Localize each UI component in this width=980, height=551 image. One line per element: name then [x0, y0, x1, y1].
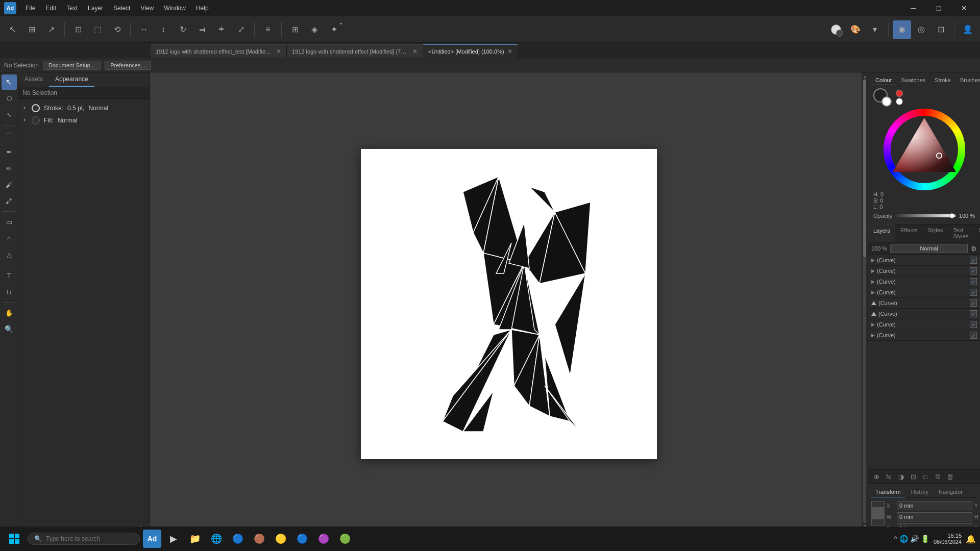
menu-file[interactable]: File	[20, 3, 40, 14]
layer-item-3[interactable]: ▶ (Curve) ✓	[868, 287, 980, 298]
menu-select[interactable]: Select	[108, 3, 135, 14]
document-setup-button[interactable]: Document Setup...	[43, 61, 101, 70]
doc-tab-1[interactable]: 1912 logo with shattered effect [Modifie…	[287, 44, 423, 58]
ellipse-tool[interactable]: ○	[2, 231, 17, 246]
layers-tab-layers[interactable]: Layers	[868, 224, 895, 242]
taskbar-edge-icon[interactable]: 🌐	[207, 530, 226, 548]
share-btn[interactable]: ↗	[42, 20, 60, 39]
menu-view[interactable]: View	[135, 3, 159, 14]
layer-collapse-6[interactable]: ▶	[871, 322, 875, 327]
layer-vis-6[interactable]: ✓	[970, 321, 977, 328]
layers-tab-effects[interactable]: Effects	[895, 224, 922, 242]
constraints-btn[interactable]: ✦▾	[325, 20, 343, 39]
layer-adjust-btn[interactable]: ◑	[896, 471, 906, 482]
layer-collapse-2[interactable]: ▶	[871, 279, 875, 284]
color-swatches-stack[interactable]	[873, 88, 892, 107]
distribute-btn[interactable]: ⫩	[212, 20, 231, 39]
layer-vis-4[interactable]: ✓	[970, 299, 977, 307]
search-input[interactable]	[46, 535, 128, 542]
grid-btn[interactable]: ⊞	[286, 20, 304, 39]
transform-tab-history[interactable]: History	[907, 487, 933, 497]
menu-text[interactable]: Text	[61, 3, 83, 14]
corner-tool[interactable]: ⌒	[2, 128, 17, 143]
layer-del-btn[interactable]: 🗑	[945, 471, 955, 482]
taskbar-affinity-icon[interactable]: Ad	[143, 530, 161, 548]
order-btn[interactable]: ≡	[259, 20, 277, 39]
red-swatch[interactable]	[896, 90, 903, 97]
layer-item-7[interactable]: ▶ (Curve) ✓	[868, 330, 980, 341]
doc-tab-0-close[interactable]: ✕	[276, 48, 281, 55]
v-scroll-thumb[interactable]	[863, 80, 866, 257]
doc-tab-0[interactable]: 1912 logo with shattered effect_test [Mo…	[151, 44, 287, 58]
scroll-up-btn[interactable]: ▴	[864, 73, 866, 79]
colour-more-btn[interactable]: ▾	[866, 20, 884, 39]
rotate-btn[interactable]: ↻	[174, 20, 192, 39]
pencil-tool[interactable]: ✏	[2, 161, 17, 176]
chevron-icon[interactable]: ^	[894, 535, 897, 543]
transform-tab-transform[interactable]: Transform	[871, 487, 905, 497]
layer-item-1[interactable]: ▶ (Curve) ✓	[868, 266, 980, 277]
layer-item-0[interactable]: ▶ (Curve) ✓	[868, 255, 980, 266]
doc-tab-1-close[interactable]: ✕	[412, 48, 418, 55]
crop-tool[interactable]: ✋	[2, 305, 17, 320]
menu-layer[interactable]: Layer	[83, 3, 108, 14]
taskbar-app3-icon[interactable]: 🟡	[272, 530, 290, 548]
shape-tool[interactable]: ▭	[2, 214, 17, 230]
maximize-button[interactable]: □	[927, 0, 950, 16]
preferences-button[interactable]: Preferences...	[105, 61, 151, 70]
vertical-scrollbar[interactable]: ▴ ▾	[862, 72, 868, 530]
stroke-color-swatch[interactable]	[32, 104, 40, 112]
taskbar-files-icon[interactable]: 📁	[186, 530, 204, 548]
canvas-area[interactable]: ◂ ▸ ▴ ▾	[150, 72, 868, 536]
stroke-item[interactable]: • Stroke: 0.5 pt, Normal	[18, 102, 150, 114]
taskbar-app1-icon[interactable]: 🔵	[229, 530, 247, 548]
layers-tab-styles[interactable]: Styles	[922, 224, 948, 242]
taskbar-app6-icon[interactable]: 🟢	[336, 530, 354, 548]
colour-tab-stroke[interactable]: Stroke	[930, 76, 955, 85]
colour-tab-brushes[interactable]: Brushes	[956, 76, 980, 85]
fill-item[interactable]: • Fill: Normal	[18, 114, 150, 127]
transform-tab-navigator[interactable]: Navigator	[935, 487, 967, 497]
expand-btn[interactable]: ⤢	[232, 20, 250, 39]
layer-item-4[interactable]: (Curve) ✓	[868, 298, 980, 309]
x-input[interactable]: 0 mm	[897, 501, 972, 510]
layer-fx-btn[interactable]: fx	[884, 471, 894, 482]
taskbar-app2-icon[interactable]: 🟤	[250, 530, 268, 548]
fill-colour-btn[interactable]	[827, 20, 845, 39]
align-btn[interactable]: ⫤	[193, 20, 211, 39]
taskbar-app5-icon[interactable]: 🟣	[314, 530, 333, 548]
close-button[interactable]: ✕	[952, 0, 976, 16]
text-tool[interactable]: T	[2, 268, 17, 283]
start-button[interactable]	[4, 529, 24, 549]
volume-icon[interactable]: 🔊	[910, 535, 919, 543]
doc-tab-2[interactable]: <Untitled> [Modified] (100.0%) ✕	[423, 44, 518, 58]
layer-vis-7[interactable]: ✓	[970, 332, 977, 339]
layer-collapse-3[interactable]: ▶	[871, 290, 875, 295]
clock[interactable]: 16:15 08/06/2024	[934, 533, 962, 545]
layer-vis-5[interactable]: ✓	[970, 310, 977, 317]
layer-collapse-7[interactable]: ▶	[871, 333, 875, 338]
marquee-btn[interactable]: ⬚	[88, 20, 107, 39]
opacity-slider[interactable]	[895, 214, 955, 217]
flip-h-btn[interactable]: ↔	[135, 20, 153, 39]
layer-item-5[interactable]: (Curve) ✓	[868, 309, 980, 319]
opacity-thumb[interactable]	[949, 213, 954, 218]
white-swatch[interactable]	[896, 98, 903, 105]
triangle-tool[interactable]: △	[2, 247, 17, 262]
menu-help[interactable]: Help	[191, 3, 214, 14]
layer-mask-btn[interactable]: □	[920, 471, 930, 482]
layer-vis-2[interactable]: ✓	[970, 278, 977, 285]
layer-collapse-0[interactable]: ▶	[871, 258, 875, 263]
pen-tool[interactable]: ✒	[2, 144, 17, 160]
assets-tab[interactable]: Assets	[18, 72, 49, 87]
user-btn[interactable]: 👤	[959, 20, 977, 39]
layer-vis-3[interactable]: ✓	[970, 289, 977, 296]
menu-edit[interactable]: Edit	[40, 3, 61, 14]
stroke-colour-btn[interactable]: 🎨	[846, 20, 865, 39]
v-scroll-track[interactable]	[863, 79, 866, 523]
flip-v-btn[interactable]: ↕	[154, 20, 173, 39]
pixel-persona-btn[interactable]: ◉	[893, 20, 911, 39]
blend-mode-dropdown[interactable]: Normal	[890, 244, 968, 253]
crop-btn[interactable]: ⟲	[108, 20, 126, 39]
appearance-tab[interactable]: Appearance	[49, 72, 94, 87]
